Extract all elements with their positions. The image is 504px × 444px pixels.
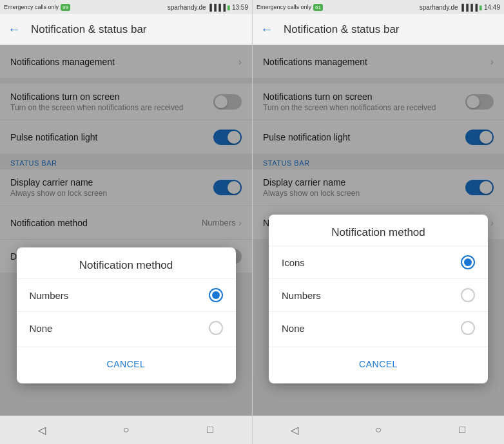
status-bar-right-content: sparhandy.de ▐▐▐▐ ▮ 14:49 bbox=[420, 4, 500, 11]
dialog-option-icons-right[interactable]: Icons bbox=[269, 246, 488, 278]
radio-none-left[interactable] bbox=[209, 321, 223, 335]
top-bar-right: ← Notification & status bar bbox=[253, 14, 504, 45]
back-button-right[interactable]: ← bbox=[260, 22, 273, 37]
back-button-left[interactable]: ← bbox=[8, 22, 21, 37]
emergency-text: Emergency calls only bbox=[4, 4, 59, 10]
radio-icons-right[interactable] bbox=[461, 255, 475, 269]
signal-icon: ▐▐▐▐ bbox=[208, 4, 226, 11]
dialog-option-numbers-left[interactable]: Numbers bbox=[17, 278, 236, 311]
radio-inner bbox=[464, 258, 472, 266]
dialog-option-label: Icons bbox=[282, 257, 305, 268]
nav-home-right[interactable]: ○ bbox=[369, 421, 387, 439]
nav-bar-left: ◁ ○ □ bbox=[0, 416, 252, 444]
dialog-option-none-left[interactable]: None bbox=[17, 311, 236, 344]
dialog-option-numbers-right[interactable]: Numbers bbox=[269, 278, 488, 311]
status-bar-left: Emergency calls only 99 sparhandy.de ▐▐▐… bbox=[0, 0, 252, 14]
radio-inner bbox=[212, 291, 220, 299]
top-bar-left: ← Notification & status bar bbox=[0, 14, 252, 45]
dialog-actions-right: CANCEL bbox=[269, 347, 488, 383]
page-title-right: Notification & status bar bbox=[284, 23, 400, 36]
dialog-notification-method-right: Notification method Icons Numbers None bbox=[269, 215, 488, 383]
nav-recent-right[interactable]: □ bbox=[453, 421, 471, 439]
dialog-option-none-right[interactable]: None bbox=[269, 311, 488, 344]
dialog-option-label: Numbers bbox=[30, 290, 69, 301]
carrier-name: sparhandy.de bbox=[168, 4, 206, 11]
status-bar-right: Emergency calls only 61 sparhandy.de ▐▐▐… bbox=[253, 0, 504, 14]
dialog-option-label: Numbers bbox=[282, 290, 321, 301]
radio-numbers-left[interactable] bbox=[209, 288, 223, 302]
dialog-overlay-right[interactable]: Notification method Icons Numbers None bbox=[253, 45, 504, 416]
phone-panel-right: Emergency calls only 61 sparhandy.de ▐▐▐… bbox=[252, 0, 504, 444]
dialog-option-label: None bbox=[30, 323, 53, 334]
nav-bar-right: ◁ ○ □ bbox=[253, 416, 504, 444]
emergency-text: Emergency calls only bbox=[257, 4, 311, 10]
emergency-badge: 61 bbox=[313, 4, 323, 11]
emergency-badge: 99 bbox=[61, 4, 70, 11]
battery-icon: ▮ bbox=[479, 4, 483, 11]
content-area-left: Notifications management › Notifications… bbox=[0, 45, 252, 416]
dialog-cancel-button-right[interactable]: CANCEL bbox=[279, 352, 478, 376]
nav-home-left[interactable]: ○ bbox=[117, 421, 135, 439]
dialog-title-left: Notification method bbox=[17, 247, 236, 278]
radio-numbers-right[interactable] bbox=[461, 288, 475, 302]
nav-back-right[interactable]: ◁ bbox=[286, 421, 304, 439]
nav-back-left[interactable]: ◁ bbox=[33, 421, 51, 439]
dialog-overlay-left[interactable]: Notification method Numbers None CANCEL bbox=[0, 45, 252, 416]
status-bar-left-content: Emergency calls only 99 bbox=[4, 4, 70, 11]
time-display: 13:59 bbox=[232, 4, 248, 11]
dialog-notification-method-left: Notification method Numbers None CANCEL bbox=[17, 247, 236, 383]
dialog-cancel-button-left[interactable]: CANCEL bbox=[27, 352, 226, 376]
status-bar-left-content: Emergency calls only 61 bbox=[257, 4, 323, 11]
radio-none-right[interactable] bbox=[461, 321, 475, 335]
page-title-left: Notification & status bar bbox=[31, 23, 147, 36]
carrier-name: sparhandy.de bbox=[420, 4, 458, 11]
status-bar-right-content: sparhandy.de ▐▐▐▐ ▮ 13:59 bbox=[168, 4, 248, 11]
nav-recent-left[interactable]: □ bbox=[201, 421, 219, 439]
dialog-title-right: Notification method bbox=[269, 215, 488, 246]
signal-icon: ▐▐▐▐ bbox=[460, 4, 478, 11]
content-area-right: Notifications management › Notifications… bbox=[253, 45, 504, 416]
dialog-actions-left: CANCEL bbox=[17, 347, 236, 383]
dialog-option-label: None bbox=[282, 323, 305, 334]
time-display: 14:49 bbox=[484, 4, 500, 11]
battery-icon: ▮ bbox=[227, 4, 231, 11]
phone-panel-left: Emergency calls only 99 sparhandy.de ▐▐▐… bbox=[0, 0, 252, 444]
